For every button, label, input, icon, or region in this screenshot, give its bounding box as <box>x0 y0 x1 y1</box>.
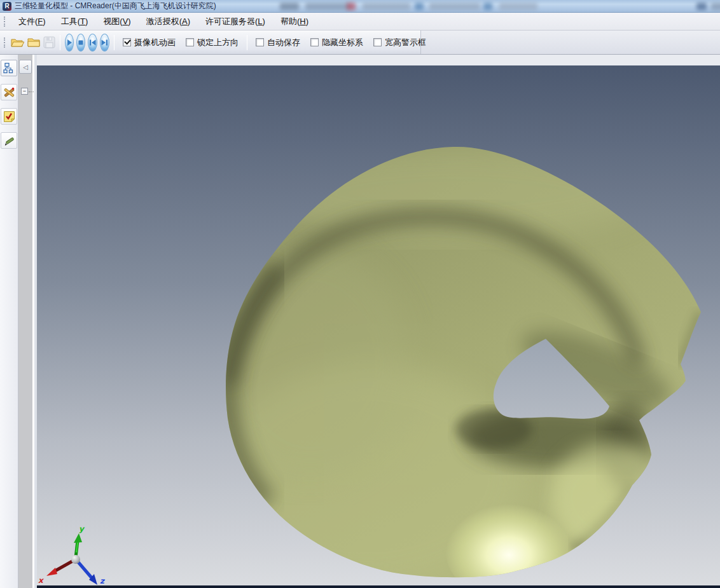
toolbar-separator <box>114 35 114 50</box>
background-blur-blob <box>696 3 707 10</box>
menu-help[interactable]: 帮助(H) <box>273 13 316 30</box>
background-blur-blob <box>305 3 350 10</box>
open-folder-button[interactable] <box>26 33 41 52</box>
note-check-icon <box>3 111 15 123</box>
hide-coordinate-system-checkbox-label: 隐藏坐标系 <box>322 37 363 48</box>
toolbar: 摄像机动画锁定上方向 自动保存隐藏坐标系宽高警示框 <box>0 31 720 55</box>
collapse-panel-button[interactable]: ◁ <box>19 60 32 74</box>
camera-animation-checkbox-label: 摄像机动画 <box>134 37 176 48</box>
background-blur-blob <box>347 3 356 10</box>
lock-up-direction-checkbox[interactable]: 锁定上方向 <box>186 37 239 48</box>
auto-save-checkbox-label: 自动保存 <box>267 37 300 48</box>
camera-animation-checkbox[interactable]: 摄像机动画 <box>123 37 176 48</box>
left-tool-sidebar <box>0 55 18 588</box>
aspect-warning-frame-checkbox[interactable]: 宽高警示框 <box>373 37 426 48</box>
window-title: 三维轻量化模型 - CMReader(中国商飞上海飞机设计研究院) <box>15 1 216 11</box>
auto-save-checkbox[interactable]: 自动保存 <box>256 37 300 48</box>
menu-activate-license[interactable]: 激活授权(A) <box>139 13 198 30</box>
measure-tools-icon <box>3 86 15 99</box>
triad-origin-sphere <box>71 555 80 564</box>
skip-to-end-button[interactable] <box>100 34 109 51</box>
menu-license-server[interactable]: 许可证服务器(L) <box>198 13 273 30</box>
background-blur-blob <box>499 3 537 10</box>
toolbar-strip: 摄像机动画锁定上方向 自动保存隐藏坐标系宽高警示框 <box>0 31 421 54</box>
camera-animation-checkbox-box[interactable] <box>123 38 131 46</box>
play-button[interactable] <box>65 34 74 51</box>
folder-icon <box>27 37 41 48</box>
toolbar-grip[interactable] <box>4 17 7 27</box>
skip-to-start-icon <box>88 39 97 46</box>
viewport-canvas[interactable]: y x z <box>37 65 720 585</box>
background-blur-blob <box>711 3 720 10</box>
main-body: ◁ − <box>0 55 720 588</box>
background-blur-blob <box>429 3 480 10</box>
stop-button[interactable] <box>76 34 85 51</box>
lock-up-direction-checkbox-box[interactable] <box>186 38 194 46</box>
measure-tools-button[interactable] <box>1 84 17 100</box>
play-icon <box>66 39 73 46</box>
aspect-warning-frame-checkbox-box[interactable] <box>373 38 382 46</box>
toolbar-separator <box>247 35 247 50</box>
model-tree-button[interactable] <box>1 60 17 76</box>
menu-view[interactable]: 视图(V) <box>95 13 138 30</box>
save-button[interactable] <box>43 33 56 52</box>
floppy-disk-icon <box>43 36 55 48</box>
viewport-area: y x z <box>37 55 720 588</box>
background-blur-blob <box>280 3 299 10</box>
menu-bar: 文件(F)工具(T)视图(V)激活授权(A)许可证服务器(L)帮助(H) <box>0 13 720 31</box>
hide-coordinate-system-checkbox-box[interactable] <box>310 38 319 46</box>
open-file-button[interactable] <box>10 33 25 52</box>
title-bar[interactable]: R 三维轻量化模型 - CMReader(中国商飞上海飞机设计研究院) <box>0 0 720 13</box>
menu-file[interactable]: 文件(F) <box>11 13 53 30</box>
tree-expander-toggle[interactable]: − <box>21 88 28 95</box>
toolbar-separator <box>60 35 60 50</box>
folder-open-icon <box>10 37 24 48</box>
background-blur-blob <box>483 3 492 10</box>
collapse-arrow-icon: ◁ <box>23 64 28 71</box>
app-icon: R <box>3 2 11 11</box>
toolbar-grip[interactable] <box>4 38 5 48</box>
skip-to-start-button[interactable] <box>88 34 97 51</box>
background-blur-blob <box>363 3 410 10</box>
panel-splitter[interactable] <box>32 55 37 588</box>
hide-coordinate-system-checkbox[interactable]: 隐藏坐标系 <box>310 37 363 48</box>
aspect-warning-frame-checkbox-label: 宽高警示框 <box>385 37 426 48</box>
model-tree-icon <box>3 62 15 74</box>
stop-icon <box>77 39 85 46</box>
pen-markup-button[interactable] <box>1 132 17 149</box>
taskbar-edge <box>37 585 720 588</box>
background-blur-blob <box>415 3 424 10</box>
pen-icon <box>3 135 15 147</box>
skip-to-end-icon <box>100 39 109 46</box>
annotation-note-button[interactable] <box>1 108 17 125</box>
auto-save-checkbox-box[interactable] <box>256 38 264 46</box>
lock-up-direction-checkbox-label: 锁定上方向 <box>197 37 239 48</box>
collapsed-tree-panel: ◁ − <box>18 55 32 588</box>
menu-tools[interactable]: 工具(T) <box>53 13 96 30</box>
